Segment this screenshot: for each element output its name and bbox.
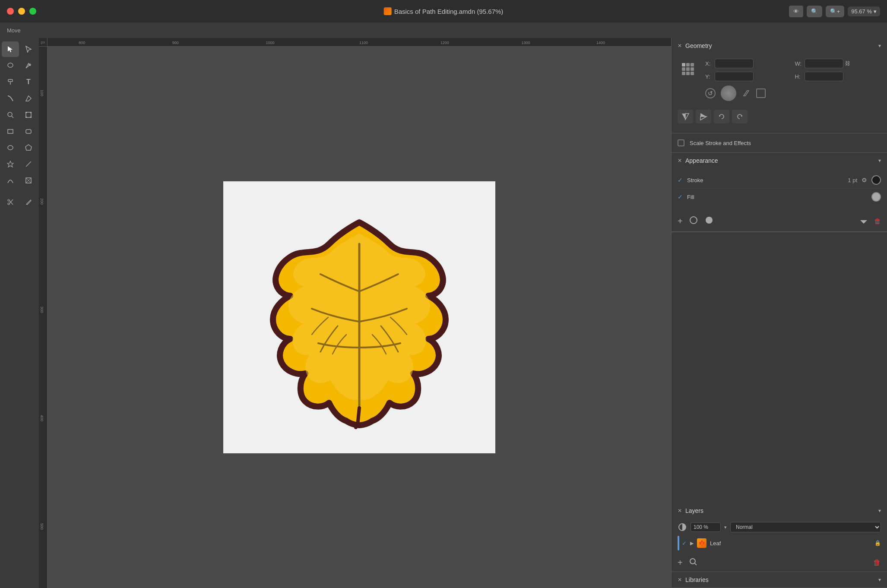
position-anchor-grid[interactable] xyxy=(680,61,696,77)
zoom-control: 95.67 % ▾ xyxy=(848,6,880,16)
add-appearance-icon[interactable]: + xyxy=(678,216,683,226)
fill-check-icon[interactable]: ✓ xyxy=(678,193,683,200)
appearance-header[interactable]: ✕ Appearance ▾ xyxy=(672,153,887,168)
maximize-button[interactable] xyxy=(29,8,36,15)
svg-rect-13 xyxy=(8,130,13,133)
line-tool[interactable] xyxy=(20,156,37,172)
transform-tool[interactable] xyxy=(20,107,37,123)
x-input[interactable] xyxy=(715,59,754,68)
rotate-ccw-button[interactable] xyxy=(714,110,729,123)
leaf-layer-item[interactable]: ✓ ▶ 🍁 Leaf 🔒 xyxy=(682,536,881,550)
geometry-close-icon[interactable]: ✕ xyxy=(678,43,682,49)
blend-mode-select[interactable]: Normal Multiply Screen Overlay xyxy=(730,522,881,532)
brush-tool[interactable] xyxy=(2,91,19,106)
libraries-collapse-icon[interactable]: ▾ xyxy=(878,577,881,583)
circle-filled-icon[interactable] xyxy=(704,215,714,227)
delete-layer-icon[interactable]: 🗑 xyxy=(873,558,881,567)
rotation-handle[interactable] xyxy=(721,85,736,101)
libraries-header[interactable]: ✕ Libraries ▾ xyxy=(672,572,887,588)
polygon-tool[interactable] xyxy=(20,140,37,155)
flip-horizontal-button[interactable] xyxy=(678,110,693,123)
rotation-icon[interactable]: ↺ xyxy=(705,88,716,98)
comment-tool[interactable] xyxy=(2,58,19,73)
rotate-cw-button[interactable] xyxy=(732,110,748,123)
appearance-title: Appearance xyxy=(685,157,878,164)
svg-rect-4 xyxy=(8,79,13,82)
svg-point-34 xyxy=(706,217,713,224)
zoom-in-button[interactable]: 🔍+ xyxy=(826,6,845,17)
layer-opacity-input[interactable] xyxy=(691,522,721,532)
ellipse-tool[interactable] xyxy=(2,140,19,155)
zoom-dropdown-icon[interactable]: ▾ xyxy=(874,8,877,15)
add-layer-icon[interactable]: + xyxy=(678,558,683,568)
layers-collapse-icon[interactable]: ▾ xyxy=(878,508,881,514)
fill-color-swatch[interactable] xyxy=(871,192,881,202)
type-tool[interactable]: T xyxy=(20,74,37,90)
shear-icon[interactable] xyxy=(741,89,751,98)
rounded-rect-tool[interactable] xyxy=(20,123,37,139)
layer-row-container: ✓ ▶ 🍁 Leaf 🔒 xyxy=(678,536,881,550)
libraries-close-icon[interactable]: ✕ xyxy=(678,577,682,583)
x-label: X: xyxy=(705,60,713,67)
send-back-icon[interactable] xyxy=(859,216,868,227)
arc-tool[interactable] xyxy=(2,173,19,188)
frame-tool[interactable] xyxy=(20,173,37,188)
layers-close-icon[interactable]: ✕ xyxy=(678,508,682,514)
svg-point-22 xyxy=(8,199,10,201)
layer-visibility-check[interactable]: ✓ xyxy=(682,540,687,547)
w-input[interactable] xyxy=(805,59,843,68)
rect-tool[interactable] xyxy=(2,123,19,139)
rect-reference-icon[interactable] xyxy=(756,89,766,98)
pen-tool[interactable] xyxy=(20,58,37,73)
scale-stroke-section: Scale Stroke and Effects xyxy=(672,133,887,153)
appearance-content: ✓ Stroke 1 pt ⚙ ✓ Fill xyxy=(672,168,887,211)
geometry-inputs: X: W: ⛓ Y: xyxy=(705,59,881,105)
eraser-tool[interactable] xyxy=(20,91,37,106)
search-layers-icon[interactable] xyxy=(689,557,697,568)
opacity-dropdown-icon[interactable]: ▾ xyxy=(724,525,727,530)
layer-expand-icon[interactable]: ▶ xyxy=(690,541,694,546)
svg-point-33 xyxy=(690,217,697,224)
stroke-check-icon[interactable]: ✓ xyxy=(678,177,683,183)
minimize-button[interactable] xyxy=(18,8,25,15)
scissors-tool[interactable] xyxy=(2,194,19,210)
zoom-out-button[interactable]: 🔍 xyxy=(807,6,822,17)
canvas-viewport[interactable] xyxy=(48,47,671,588)
flip-vertical-button[interactable] xyxy=(696,110,711,123)
layers-header[interactable]: ✕ Layers ▾ xyxy=(672,503,887,518)
select-tool[interactable] xyxy=(2,41,19,57)
knife-tool[interactable] xyxy=(20,194,37,210)
main-layout: T xyxy=(0,38,887,588)
libraries-title: Libraries xyxy=(685,576,878,583)
svg-point-2 xyxy=(8,63,13,67)
appearance-close-icon[interactable]: ✕ xyxy=(678,158,682,164)
layer-lock-icon[interactable]: 🔒 xyxy=(874,540,881,546)
appearance-collapse-icon[interactable]: ▾ xyxy=(878,158,881,164)
left-toolbar: T xyxy=(0,38,39,588)
node-tool[interactable] xyxy=(20,41,37,57)
star-tool[interactable] xyxy=(2,156,19,172)
select-tools-row xyxy=(2,41,37,57)
anchor-dot-bl xyxy=(682,72,685,75)
svg-marker-1 xyxy=(26,46,31,52)
circle-outline-icon[interactable] xyxy=(689,215,698,227)
svg-marker-30 xyxy=(700,117,706,120)
stroke-color-swatch[interactable] xyxy=(871,175,881,185)
layers-bottom-toolbar: + 🗑 xyxy=(672,554,887,572)
stroke-gear-icon[interactable]: ⚙ xyxy=(862,177,867,183)
geometry-header[interactable]: ✕ Geometry ▾ xyxy=(672,38,887,54)
pencil-tool[interactable] xyxy=(2,74,19,90)
h-input[interactable] xyxy=(805,72,843,81)
svg-marker-27 xyxy=(682,114,685,120)
preview-button[interactable]: 👁 xyxy=(789,6,803,17)
constrain-icon[interactable]: ⛓ xyxy=(845,60,850,66)
delete-appearance-icon[interactable]: 🗑 xyxy=(874,218,881,225)
geometry-collapse-icon[interactable]: ▾ xyxy=(878,43,881,49)
anchor-dot-br xyxy=(691,72,694,75)
canvas-area: px 800 900 1000 1100 1200 1300 1400 100 … xyxy=(39,38,671,588)
ruler-mark-1200: 1200 xyxy=(440,41,449,45)
scale-stroke-checkbox[interactable] xyxy=(678,139,684,146)
zoom-view-tool[interactable] xyxy=(2,107,19,123)
y-input[interactable] xyxy=(715,72,754,81)
close-button[interactable] xyxy=(7,8,14,15)
